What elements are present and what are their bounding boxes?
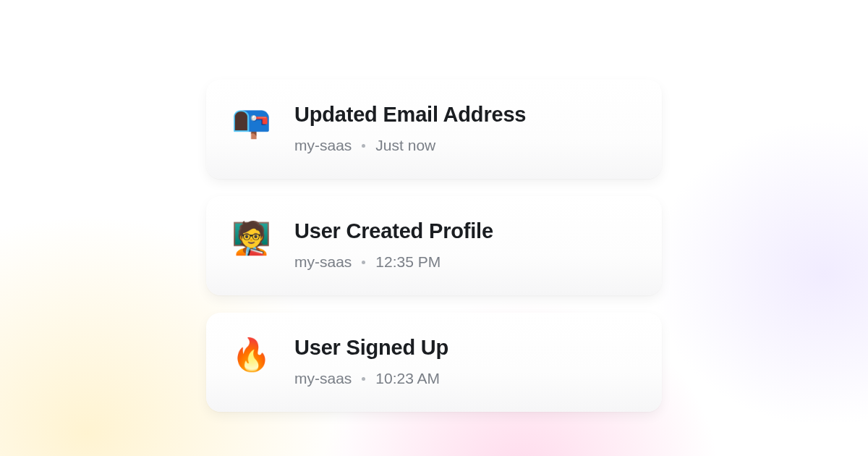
event-project: my-saas bbox=[294, 370, 352, 387]
event-meta: my-saas Just now bbox=[294, 137, 636, 154]
event-meta: my-saas 10:23 AM bbox=[294, 370, 636, 387]
event-card[interactable]: 📭 Updated Email Address my-saas Just now bbox=[206, 80, 662, 179]
event-project: my-saas bbox=[294, 137, 352, 154]
event-content: User Signed Up my-saas 10:23 AM bbox=[294, 336, 636, 387]
teacher-icon: 🧑‍🏫 bbox=[232, 222, 270, 254]
event-feed: 📭 Updated Email Address my-saas Just now… bbox=[206, 80, 662, 412]
event-title: User Created Profile bbox=[294, 219, 636, 243]
event-title: Updated Email Address bbox=[294, 103, 636, 127]
event-card[interactable]: 🧑‍🏫 User Created Profile my-saas 12:35 P… bbox=[206, 196, 662, 295]
event-time: Just now bbox=[375, 137, 435, 154]
event-content: Updated Email Address my-saas Just now bbox=[294, 103, 636, 154]
separator-dot bbox=[362, 261, 365, 264]
event-card[interactable]: 🔥 User Signed Up my-saas 10:23 AM bbox=[206, 313, 662, 412]
event-meta: my-saas 12:35 PM bbox=[294, 253, 636, 271]
event-project: my-saas bbox=[294, 253, 352, 271]
event-title: User Signed Up bbox=[294, 336, 636, 360]
separator-dot bbox=[362, 144, 365, 148]
mailbox-icon: 📭 bbox=[232, 106, 270, 138]
separator-dot bbox=[362, 377, 365, 381]
fire-icon: 🔥 bbox=[232, 339, 270, 371]
event-time: 10:23 AM bbox=[375, 370, 440, 387]
event-time: 12:35 PM bbox=[375, 253, 441, 271]
event-content: User Created Profile my-saas 12:35 PM bbox=[294, 219, 636, 271]
